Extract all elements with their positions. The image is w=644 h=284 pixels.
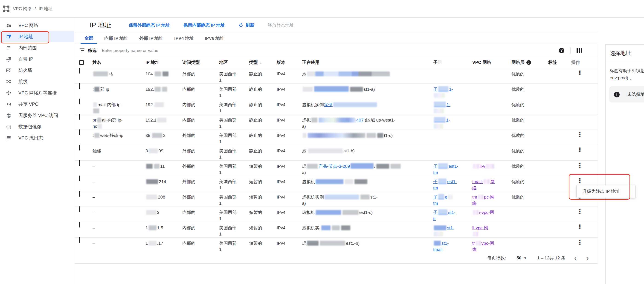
cell-link[interactable]: 子 (433, 210, 438, 215)
cell-link[interactable]: pc-网 (484, 195, 494, 199)
sidebar-item-vpc-flow-logs[interactable]: VPC 流日志 (0, 132, 74, 143)
row-checkbox[interactable] (79, 191, 80, 197)
cell-link[interactable]: 网 (490, 179, 494, 184)
row-checkbox[interactable] (79, 145, 80, 150)
tab-external-ip[interactable]: 外部 IP 地址 (135, 33, 167, 44)
prev-page-button[interactable]: ‹ (574, 256, 577, 260)
row-actions-menu-button[interactable]: ⋮ (568, 130, 598, 138)
rows-per-page-select[interactable]: 50 ▼ (516, 256, 526, 261)
cell-link[interactable]: e (445, 195, 448, 199)
cell-link[interactable]: il-v (480, 164, 485, 169)
col-ip-address[interactable]: IP 地址 (143, 59, 180, 65)
sidebar-item-serverless-vpc-access[interactable]: 无服务器 VPC 访问 (0, 110, 74, 121)
reserve-external-static-ip-button[interactable]: 保留外部静态 IP 地址 (129, 22, 170, 28)
cell-ip-address: 3 (143, 207, 180, 222)
tab-ipv6[interactable]: IPV6 地址 (201, 33, 228, 44)
row-actions-menu-button[interactable]: ⋮ (568, 222, 598, 230)
col-network-tier[interactable]: 网络层? (509, 59, 546, 65)
cell-link[interactable]: tr (472, 241, 475, 246)
row-checkbox[interactable] (79, 68, 80, 74)
cell-link[interactable]: i-vpc-网 (479, 210, 494, 215)
sidebar-item-routes[interactable]: 航线 (0, 76, 74, 87)
row-checkbox[interactable] (79, 222, 80, 228)
cell-link[interactable]: 络 (472, 185, 477, 190)
row-checkbox[interactable] (79, 83, 80, 89)
sidebar-item-packet-mirroring[interactable]: 数据包镜像 (0, 121, 74, 132)
col-type[interactable]: 类型↓ (246, 59, 274, 65)
cell-link[interactable]: 产品-节点-3-209 (318, 164, 350, 169)
cell-link[interactable]: tmail (433, 247, 442, 252)
col-region[interactable]: 地区 (216, 59, 246, 65)
sidebar-item-byoip[interactable]: 自带 IP (0, 54, 74, 65)
reserve-internal-static-ip-button[interactable]: 保留内部静态 IP 地址 (184, 22, 225, 28)
cell-link[interactable]: 1- (446, 102, 450, 107)
sidebar-item-ip-addresses[interactable]: IP 地址 (0, 31, 74, 42)
col-name[interactable]: 姓名 (90, 59, 143, 65)
filter-input[interactable] (101, 48, 240, 53)
row-actions-menu-button[interactable]: ⋮ (568, 145, 598, 153)
cell-link[interactable]: st1- (442, 241, 449, 246)
col-labels[interactable]: 标签 (546, 59, 568, 65)
cell-link[interactable]: st1- (448, 210, 456, 215)
help-icon[interactable]: ? (559, 48, 564, 53)
cell-link[interactable]: est1- (448, 164, 458, 169)
row-checkbox[interactable] (79, 206, 80, 212)
col-subnet[interactable]: 子网 (430, 59, 470, 65)
sidebar-item-vpc-networks[interactable]: VPC 网络 (0, 20, 74, 31)
cell-link[interactable]: tm (433, 185, 438, 190)
column-display-options-icon[interactable] (576, 48, 582, 53)
col-version[interactable]: 版本 (274, 59, 299, 65)
sidebar-item-internal-ranges[interactable]: 内部范围 (0, 42, 74, 54)
cell-link[interactable]: tm (472, 195, 477, 199)
cell-link[interactable]: 子 (433, 195, 438, 199)
row-actions-menu-button[interactable]: ⋮ (568, 238, 598, 246)
cell-link[interactable]: il-vpc-网 (472, 225, 488, 230)
cell-link[interactable]: vpc-网 (482, 241, 494, 246)
cell-link[interactable]: 1- (446, 118, 450, 123)
cell-link[interactable]: 1- (449, 87, 453, 92)
breadcrumb-section[interactable]: VPC 网络 (13, 6, 32, 12)
sidebar-item-shared-vpc[interactable]: 共享 VPC (0, 99, 74, 110)
row-actions-menu-button[interactable]: ⋮ (568, 176, 598, 184)
cell-link[interactable]: 子 (433, 87, 438, 92)
cell-link[interactable]: 实例 (324, 102, 332, 107)
row-checkbox[interactable] (79, 160, 80, 166)
col-access-type[interactable]: 访问类型 (180, 59, 216, 65)
row-checkbox[interactable] (79, 99, 80, 104)
row-checkbox[interactable] (79, 114, 80, 120)
next-page-button[interactable]: › (586, 256, 589, 260)
cell-link[interactable]: 子 (433, 179, 438, 184)
cell-link[interactable]: 子 (433, 164, 438, 169)
cell-link[interactable]: tm (433, 201, 438, 206)
row-checkbox[interactable] (79, 175, 80, 181)
cell-link[interactable]: tmail- (472, 179, 483, 184)
cell-in-use: 虚拟机 (299, 176, 430, 191)
row-actions-menu-button[interactable]: ⋮ (568, 207, 598, 215)
network-tier-help-icon[interactable]: ? (526, 60, 531, 65)
tab-ipv4[interactable]: IPV4 地址 (170, 33, 198, 44)
sidebar-item-vpc-peering[interactable]: VPC 网络对等连接 (0, 87, 74, 99)
row-actions-menu-button[interactable]: ⋮ (568, 68, 598, 76)
row-actions-menu-button[interactable]: ⋮ (568, 161, 598, 169)
cell-link[interactable]: tr (433, 216, 436, 221)
select-all-checkbox[interactable] (79, 60, 84, 65)
info-icon: i (614, 92, 620, 97)
tab-internal-ip[interactable]: 内部 IP 地址 (100, 33, 132, 44)
col-actions[interactable]: 操作 (568, 59, 598, 65)
cell-link[interactable]: est1- (447, 179, 457, 184)
menu-item-promote-to-static-ip[interactable]: 升级为静态 IP 地址 (582, 188, 620, 194)
cell-in-use: 虚拟407 (区域 us-west1-a) (299, 115, 430, 130)
sidebar-item-firewall[interactable]: 防火墙 (0, 65, 74, 76)
cell-link[interactable]: 络 (472, 201, 477, 206)
tab-all[interactable]: 全部 (80, 33, 97, 44)
cell-subnet (430, 145, 470, 160)
col-in-use[interactable]: 正在使用 (299, 59, 430, 65)
cell-link[interactable]: tm (433, 170, 438, 175)
row-checkbox[interactable] (79, 129, 80, 135)
col-vpc-network[interactable]: VPC 网络 (470, 59, 509, 65)
cell-link[interactable]: 络 (472, 247, 477, 252)
row-checkbox[interactable] (79, 237, 80, 243)
cell-link[interactable]: st1- (447, 225, 454, 230)
cell-link[interactable]: 407 (356, 118, 364, 123)
refresh-button[interactable]: 刷新 (238, 22, 254, 28)
